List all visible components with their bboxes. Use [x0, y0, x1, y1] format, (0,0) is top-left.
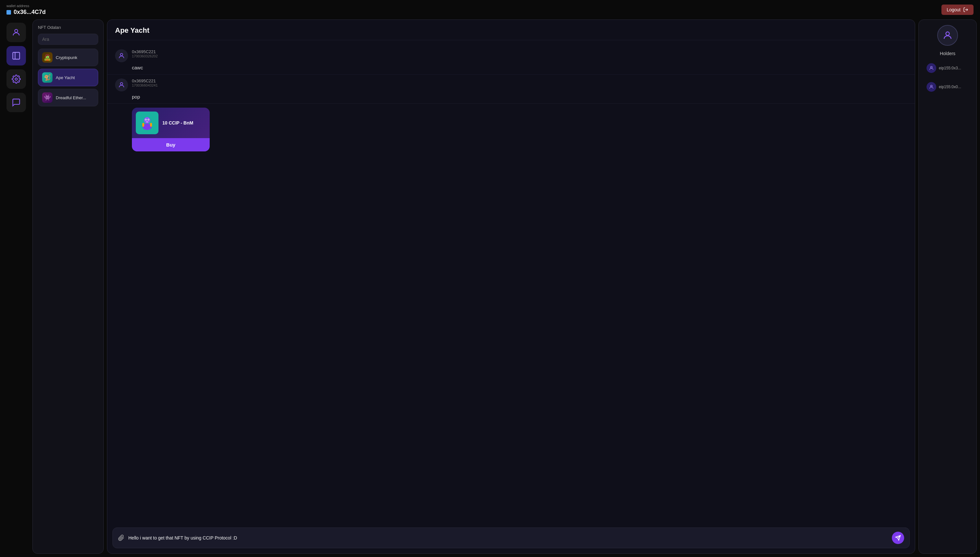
holder-address-1: eip155:0x3...	[939, 66, 961, 70]
msg-info-2: 0x3695C221 1700366043241	[132, 78, 158, 87]
chat-title: Ape Yacht	[115, 26, 150, 34]
room-item-cryptopunk[interactable]: 🧟 Cryptopunk	[38, 49, 98, 66]
search-input[interactable]	[42, 37, 99, 42]
room-item-ape-yacht[interactable]: 🐒 Ape Yacht	[38, 69, 98, 86]
msg-address-1: 0x3695C221	[132, 49, 158, 54]
wallet-label: wallet address	[7, 4, 46, 8]
chat-icon	[12, 98, 21, 107]
app-header: wallet address 0x36...4C7d Logout	[0, 0, 980, 20]
room-avatar-ape-yacht: 🐒	[42, 72, 52, 83]
nft-card-content: 10 CCIP - BnM	[132, 107, 210, 138]
door-icon	[12, 51, 21, 60]
svg-point-4	[15, 78, 18, 80]
holders-avatar-large	[937, 25, 958, 46]
message-block-1: 0x3695C221 1700360326202 cawc	[107, 46, 915, 75]
svg-rect-16	[150, 123, 152, 127]
sidebar-settings-button[interactable]	[7, 69, 26, 89]
room-avatar-cryptopunk: 🧟	[42, 52, 52, 63]
holder-avatar-icon-2	[929, 84, 934, 90]
buy-button[interactable]: Buy	[132, 138, 210, 151]
nft-card: 10 CCIP - BnM Buy	[132, 107, 210, 151]
sidebar-rooms-button[interactable]	[7, 46, 26, 65]
dreadful-art: 👾	[42, 93, 52, 103]
profile-icon	[12, 28, 21, 37]
user-avatar-icon-2	[118, 81, 125, 88]
svg-point-21	[930, 85, 932, 87]
message-meta-2: 0x3695C221 1700366043241	[115, 78, 907, 91]
svg-point-1	[15, 29, 18, 33]
msg-address-2: 0x3695C221	[132, 78, 158, 83]
holders-panel: Holders eip155:0x3... eip155:0x0...	[918, 20, 977, 554]
nft-rooms-panel: NFT Odaları 🧟 Cryptopunk 🐒 Ape Yacht	[33, 20, 104, 554]
holder-avatar-2	[926, 82, 936, 92]
chat-text-input[interactable]	[128, 535, 888, 541]
message-block-2: 0x3695C221 1700366043241 pop	[107, 75, 915, 104]
cryptopunk-art: 🧟	[42, 52, 52, 63]
wallet-address-row: 0x36...4C7d	[7, 9, 46, 16]
user-avatar-icon-1	[118, 52, 125, 59]
room-list: 🧟 Cryptopunk 🐒 Ape Yacht 👾 Dreadful Ethe…	[38, 49, 98, 106]
svg-point-9	[144, 117, 150, 124]
holder-item-2[interactable]: eip155:0x0...	[924, 80, 971, 94]
msg-info-1: 0x3695C221 1700360326202	[132, 49, 158, 58]
svg-point-14	[148, 119, 149, 120]
svg-point-20	[930, 67, 932, 68]
svg-point-7	[120, 83, 122, 85]
holder-item-1[interactable]: eip155:0x3...	[924, 61, 971, 75]
msg-content-1: cawc	[115, 65, 907, 70]
logout-label: Logout	[947, 7, 960, 12]
msg-content-2: pop	[115, 94, 907, 99]
settings-icon	[12, 75, 21, 84]
nft-rooms-title: NFT Odaları	[38, 25, 98, 30]
chat-input-box	[112, 528, 910, 548]
svg-point-6	[120, 54, 122, 56]
msg-timestamp-2: 1700366043241	[132, 83, 158, 87]
svg-rect-15	[142, 123, 144, 127]
wallet-address: 0x36...4C7d	[14, 9, 46, 16]
room-item-dreadful[interactable]: 👾 Dreadful Ether...	[38, 89, 98, 106]
ape-yacht-art: 🐒	[42, 72, 52, 83]
icon-sidebar	[3, 20, 29, 554]
svg-point-13	[146, 119, 146, 120]
chat-messages[interactable]: 0x3695C221 1700360326202 cawc	[107, 40, 915, 524]
room-avatar-dreadful: 👾	[42, 93, 52, 103]
chat-input-area	[107, 524, 915, 554]
wallet-section: wallet address 0x36...4C7d	[7, 4, 46, 16]
sidebar-profile-button[interactable]	[7, 23, 26, 42]
search-box[interactable]	[38, 34, 98, 45]
chat-area: Ape Yacht 0x3695C221 1700360326202	[107, 20, 915, 554]
logout-icon	[963, 7, 968, 12]
room-name-cryptopunk: Cryptopunk	[56, 55, 77, 60]
send-button[interactable]	[892, 532, 904, 544]
msg-timestamp-1: 1700360326202	[132, 54, 158, 58]
send-icon	[895, 535, 901, 541]
attach-icon[interactable]	[118, 535, 124, 541]
holders-main-avatar-icon	[943, 30, 953, 41]
holder-avatar-1	[926, 63, 936, 73]
holder-address-2: eip155:0x0...	[939, 85, 961, 89]
chat-header: Ape Yacht	[107, 20, 915, 40]
logout-button[interactable]: Logout	[941, 5, 973, 15]
nft-card-info: 10 CCIP - BnM	[163, 120, 193, 125]
holder-avatar-icon-1	[929, 65, 934, 71]
nft-ape-art	[137, 113, 157, 133]
wallet-indicator	[7, 10, 11, 15]
message-meta-1: 0x3695C221 1700360326202	[115, 49, 907, 62]
room-name-dreadful: Dreadful Ether...	[56, 95, 86, 100]
nft-card-message: 10 CCIP - BnM Buy	[107, 104, 915, 155]
nft-thumbnail	[136, 112, 158, 134]
svg-rect-2	[13, 52, 20, 59]
msg-avatar-2	[115, 78, 128, 91]
main-layout: NFT Odaları 🧟 Cryptopunk 🐒 Ape Yacht	[0, 20, 980, 557]
sidebar-chat-button[interactable]	[7, 93, 26, 112]
room-name-ape-yacht: Ape Yacht	[56, 75, 75, 80]
svg-point-19	[946, 32, 949, 35]
holders-title: Holders	[940, 51, 956, 56]
msg-avatar-1	[115, 49, 128, 62]
